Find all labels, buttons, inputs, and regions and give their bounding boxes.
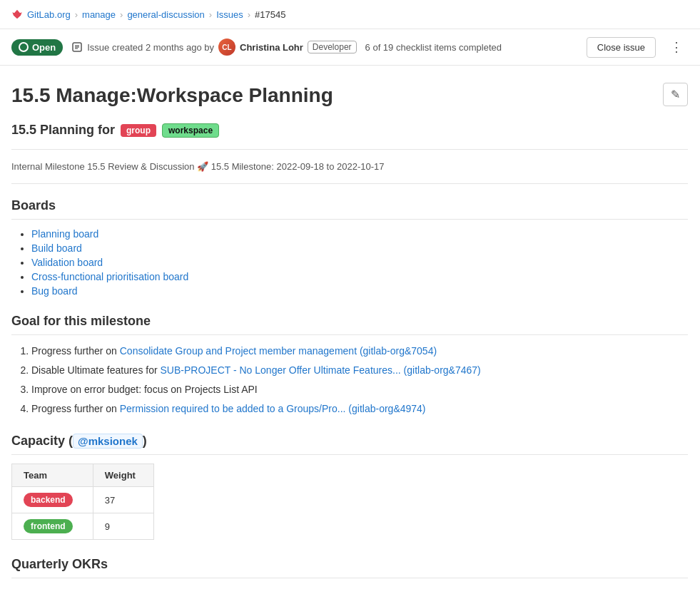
author-avatar: CL <box>218 39 235 56</box>
more-options-button[interactable]: ⋮ <box>664 36 689 58</box>
gitlab-logo-icon <box>11 9 23 20</box>
breadcrumb-sep-3: › <box>209 9 212 20</box>
capacity-section: Capacity (@mksionek) Team Weight backend… <box>11 434 688 540</box>
bug-board-link[interactable]: Bug board <box>31 285 78 297</box>
list-item: Cross-functional prioritisation board <box>31 271 688 282</box>
author-role-badge: Developer <box>308 41 357 53</box>
boards-section: Boards Planning board Build board Valida… <box>11 198 688 297</box>
list-item: Disable Ultimate features for SUB-PROJEC… <box>31 363 688 378</box>
weight-frontend-cell: 9 <box>93 513 153 540</box>
frontend-badge: frontend <box>24 519 73 533</box>
list-item: Build board <box>31 242 688 254</box>
list-item: Progress further on Consolidate Group an… <box>31 344 688 359</box>
issue-title-row: 15.5 Manage:Workspace Planning ✎ <box>11 83 688 108</box>
breadcrumb-issues[interactable]: Issues <box>216 9 243 20</box>
list-item: Progress further on Permission required … <box>31 401 688 416</box>
goal-link-1[interactable]: Consolidate Group and Project member man… <box>120 345 437 357</box>
breadcrumb-issue-number: #17545 <box>255 9 285 20</box>
edit-issue-button[interactable]: ✎ <box>663 83 688 106</box>
issue-header-bar: Open Issue created 2 months ago by CL Ch… <box>0 29 700 66</box>
boards-list: Planning board Build board Validation bo… <box>11 228 688 297</box>
build-board-link[interactable]: Build board <box>31 242 82 254</box>
breadcrumb-sep-2: › <box>120 9 123 20</box>
issue-created-text: Issue created 2 months ago by <box>87 42 214 53</box>
goal-link-2[interactable]: SUB-PROJECT - No Longer Offer Ultimate F… <box>161 364 481 376</box>
goal-prefix-1: Progress further on <box>31 345 120 357</box>
breadcrumb: GitLab.org › manage › general-discussion… <box>0 0 700 29</box>
breadcrumb-manage[interactable]: manage <box>82 9 116 20</box>
weight-backend-cell: 37 <box>93 487 153 513</box>
goal-prefix-2: Disable Ultimate features for <box>31 364 161 376</box>
backend-badge: backend <box>24 493 73 507</box>
planning-for-heading: 15.5 Planning for group workspace <box>11 123 688 138</box>
edit-icon: ✎ <box>671 88 680 101</box>
table-row: backend 37 <box>12 487 154 513</box>
issue-icon <box>71 41 83 53</box>
table-header-team: Team <box>12 464 93 487</box>
breadcrumb-gitlaborg[interactable]: GitLab.org <box>27 9 71 20</box>
issue-title: 15.5 Manage:Workspace Planning <box>11 83 333 108</box>
capacity-table: Team Weight backend 37 frontend 9 <box>11 464 154 540</box>
close-issue-button[interactable]: Close issue <box>587 37 656 58</box>
team-backend-cell: backend <box>12 487 93 513</box>
capacity-user-link[interactable]: @mksionek <box>73 434 143 449</box>
breadcrumb-sep-4: › <box>248 9 250 20</box>
okr-section: Quarterly OKRs <box>11 557 688 578</box>
author-name: Christina Lohr <box>240 42 303 53</box>
goal-prefix-4: Progress further on <box>31 403 120 414</box>
list-item: Improve on error budget: focus on Projec… <box>31 382 688 397</box>
capacity-close-paren: ) <box>143 434 147 448</box>
issue-content: 15.5 Manage:Workspace Planning ✎ 15.5 Pl… <box>0 66 699 604</box>
issue-meta: Issue created 2 months ago by CL Christi… <box>71 39 356 56</box>
list-item: Bug board <box>31 285 688 297</box>
planning-board-link[interactable]: Planning board <box>31 228 98 240</box>
breadcrumb-sep-1: › <box>75 9 78 20</box>
team-frontend-cell: frontend <box>12 513 93 540</box>
list-item: Validation board <box>31 257 688 268</box>
capacity-heading: Capacity (@mksionek) <box>11 434 688 455</box>
goals-heading: Goal for this milestone <box>11 314 688 335</box>
checklist-status: 6 of 19 checklist items completed <box>365 42 502 53</box>
milestone-info: Internal Milestone 15.5 Review & Discuss… <box>11 161 688 184</box>
tag-group: group <box>121 124 156 137</box>
okr-heading: Quarterly OKRs <box>11 557 688 578</box>
list-item: Planning board <box>31 228 688 240</box>
table-header-weight: Weight <box>93 464 153 487</box>
table-row: frontend 9 <box>12 513 154 540</box>
crossfunctional-board-link[interactable]: Cross-functional prioritisation board <box>31 271 188 282</box>
status-badge: Open <box>11 39 63 56</box>
boards-heading: Boards <box>11 198 688 220</box>
goals-list: Progress further on Consolidate Group an… <box>11 344 688 416</box>
goals-section: Goal for this milestone Progress further… <box>11 314 688 416</box>
tag-workspace: workspace <box>162 123 219 138</box>
capacity-label: Capacity ( <box>11 434 73 448</box>
goal-prefix-3: Improve on error budget: focus on Projec… <box>31 384 258 395</box>
goal-link-4[interactable]: Permission required to be added to a Gro… <box>120 403 426 414</box>
breadcrumb-general-discussion[interactable]: general-discussion <box>127 9 204 20</box>
planning-for-section: 15.5 Planning for group workspace <box>11 123 688 150</box>
validation-board-link[interactable]: Validation board <box>31 257 103 268</box>
